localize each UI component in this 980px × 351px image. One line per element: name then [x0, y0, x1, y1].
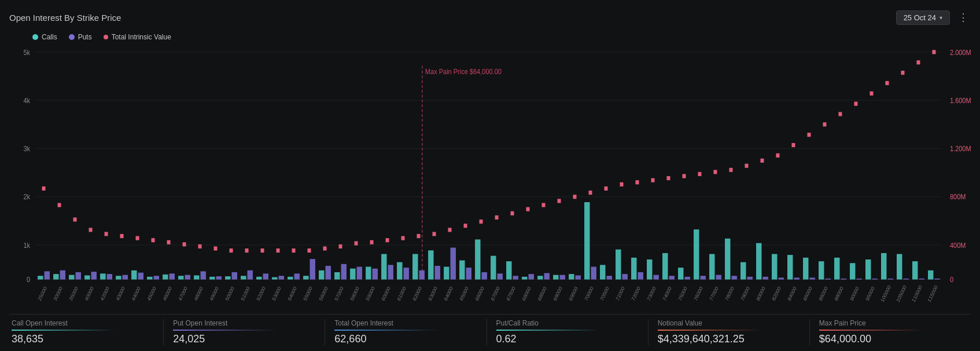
svg-rect-151 [261, 248, 264, 253]
svg-rect-68 [404, 268, 409, 279]
main-container: Open Interest By Strike Price 25 Oct 24 … [0, 0, 980, 351]
menu-icon[interactable]: ⋮ [956, 11, 971, 24]
svg-rect-100 [653, 275, 658, 280]
stat-label-1: Put Open Interest [173, 319, 315, 327]
chevron-down-icon: ▾ [940, 14, 942, 21]
svg-text:1k: 1k [23, 241, 30, 250]
svg-rect-70 [419, 270, 425, 280]
stat-value-2: 62,660 [334, 333, 477, 345]
svg-rect-53 [288, 277, 293, 280]
stat-item-2: Total Open Interest 62,660 [325, 319, 487, 345]
svg-rect-133 [912, 261, 918, 279]
svg-rect-65 [381, 254, 386, 280]
svg-rect-93 [600, 265, 605, 279]
svg-rect-178 [682, 174, 686, 178]
stat-label-3: Put/Call Ratio [496, 319, 639, 327]
puts-dot [69, 34, 75, 40]
svg-rect-45 [225, 276, 230, 279]
svg-rect-165 [479, 220, 482, 224]
svg-rect-153 [292, 248, 296, 253]
svg-rect-77 [475, 239, 480, 279]
stat-item-3: Put/Call Ratio 0.62 [487, 319, 649, 345]
svg-rect-55 [303, 276, 308, 279]
svg-rect-95 [616, 250, 621, 280]
svg-rect-101 [662, 253, 668, 280]
svg-rect-47 [241, 276, 246, 279]
legend: Calls Puts Total Intrinsic Value [9, 29, 971, 45]
svg-rect-126 [856, 279, 861, 280]
svg-rect-21 [38, 276, 43, 279]
svg-rect-60 [341, 264, 347, 280]
svg-rect-115 [772, 254, 777, 280]
svg-rect-142 [120, 234, 124, 238]
svg-rect-41 [194, 275, 199, 279]
svg-rect-122 [825, 279, 830, 280]
svg-rect-29 [100, 273, 105, 279]
svg-rect-150 [245, 248, 249, 253]
calls-dot [32, 34, 38, 40]
svg-rect-0 [9, 45, 971, 314]
svg-rect-52 [279, 276, 284, 279]
svg-rect-84 [528, 274, 533, 279]
svg-rect-174 [620, 182, 623, 187]
svg-rect-157 [355, 241, 358, 245]
svg-rect-51 [272, 277, 277, 280]
svg-rect-82 [513, 276, 518, 279]
svg-rect-48 [248, 270, 253, 280]
svg-rect-112 [747, 277, 752, 280]
svg-rect-56 [310, 259, 315, 279]
svg-rect-39 [178, 276, 183, 279]
svg-rect-72 [435, 266, 440, 280]
svg-rect-69 [412, 254, 418, 280]
page-title: Open Interest By Strike Price [9, 13, 121, 23]
svg-rect-87 [553, 275, 558, 280]
stat-value-3: 0.62 [496, 333, 639, 345]
svg-rect-104 [684, 277, 690, 280]
svg-rect-143 [136, 236, 139, 240]
svg-rect-149 [230, 248, 233, 253]
svg-rect-63 [366, 267, 371, 280]
svg-rect-186 [807, 133, 810, 137]
stat-value-0: 38,635 [12, 333, 154, 345]
svg-rect-114 [762, 277, 768, 280]
svg-rect-38 [170, 273, 175, 279]
svg-rect-147 [198, 244, 202, 248]
svg-text:1.200M: 1.200M [950, 144, 971, 153]
svg-rect-171 [573, 195, 576, 199]
svg-rect-30 [107, 274, 112, 279]
puts-label: Puts [78, 33, 92, 41]
svg-rect-137 [42, 187, 46, 191]
stat-item-5: Max Pain Price $64,000.00 [810, 319, 971, 345]
svg-rect-191 [885, 81, 889, 85]
svg-text:2.000M: 2.000M [950, 48, 971, 57]
svg-rect-181 [729, 168, 732, 172]
svg-rect-172 [588, 191, 592, 195]
svg-rect-49 [256, 277, 261, 280]
svg-rect-92 [591, 267, 596, 280]
svg-rect-83 [522, 277, 527, 280]
svg-rect-118 [794, 277, 799, 279]
svg-rect-71 [428, 250, 433, 279]
svg-rect-73 [444, 267, 449, 280]
svg-rect-176 [651, 178, 654, 182]
svg-rect-90 [575, 275, 580, 279]
svg-rect-102 [669, 276, 674, 279]
svg-rect-50 [263, 273, 268, 279]
svg-rect-119 [803, 258, 808, 280]
svg-rect-22 [45, 271, 50, 279]
calls-label: Calls [42, 33, 57, 41]
svg-rect-26 [76, 272, 81, 280]
svg-rect-170 [557, 199, 561, 203]
svg-rect-127 [865, 259, 871, 280]
date-selector-button[interactable]: 25 Oct 24 ▾ [896, 10, 950, 25]
stat-value-4: $4,339,640,321.25 [658, 333, 800, 345]
svg-rect-89 [569, 274, 574, 279]
svg-rect-123 [834, 258, 839, 280]
svg-rect-128 [872, 279, 877, 280]
svg-rect-182 [745, 164, 748, 168]
svg-rect-35 [147, 277, 152, 280]
svg-rect-145 [167, 240, 171, 244]
svg-rect-111 [740, 262, 746, 280]
svg-rect-44 [216, 276, 222, 279]
legend-puts: Puts [69, 33, 92, 41]
